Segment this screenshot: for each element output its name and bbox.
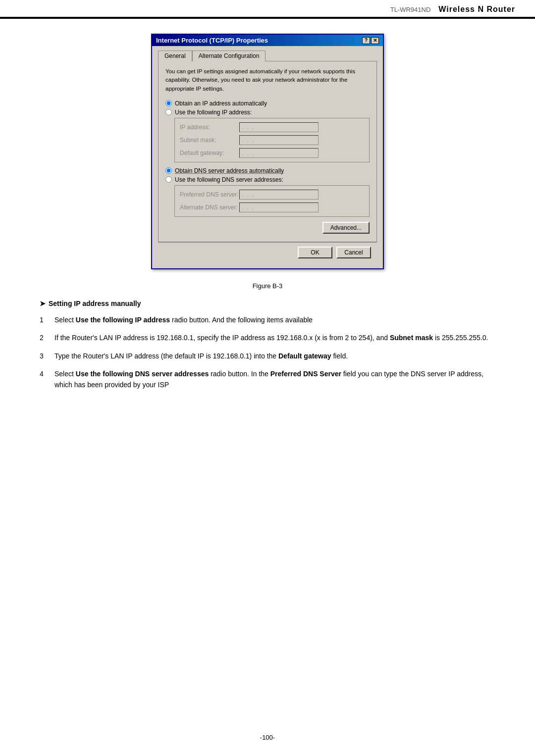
list-item: 3 Type the Router's LAN IP address (the … [40, 351, 495, 361]
radio-dns-following[interactable] [165, 176, 172, 183]
alternate-dns-label: Alternate DNS server: [180, 204, 239, 211]
dialog-body: General Alternate Configuration You can … [152, 46, 383, 268]
arrow-icon: ➤ [40, 300, 46, 307]
tab-general[interactable]: General [158, 50, 192, 61]
close-button[interactable]: ✕ [371, 37, 379, 44]
page-header: TL-WR941ND Wireless N Router [0, 0, 535, 18]
page-footer: -100- [0, 734, 535, 741]
subnet-mask-label: Subnet mask: [180, 137, 239, 144]
default-gateway-row: Default gateway: [180, 148, 364, 158]
instruction-list: 1 Select Use the following IP address ra… [40, 314, 495, 391]
item-number-4: 4 [40, 368, 54, 379]
page-number: -100- [260, 734, 275, 741]
dialog-titlebar: Internet Protocol (TCP/IP) Properties ? … [152, 35, 383, 46]
alternate-dns-input[interactable] [239, 202, 319, 212]
help-button[interactable]: ? [362, 37, 370, 44]
list-item: 4 Select Use the following DNS server ad… [40, 368, 495, 391]
preferred-dns-row: Preferred DNS server: [180, 190, 364, 200]
ip-address-input[interactable] [239, 122, 319, 132]
instructions-section: ➤ Setting IP address manually 1 Select U… [35, 300, 500, 398]
radio-dns-following-label: Use the following DNS server addresses: [175, 176, 283, 183]
tcp-ip-dialog: Internet Protocol (TCP/IP) Properties ? … [151, 34, 384, 269]
dialog-footer: OK Cancel [158, 242, 377, 262]
advanced-row: Advanced... [165, 222, 370, 234]
ip-address-row: IP address: [180, 122, 364, 132]
dialog-title: Internet Protocol (TCP/IP) Properties [156, 37, 268, 44]
item-number-1: 1 [40, 314, 54, 325]
radio-obtain-auto[interactable] [165, 100, 172, 106]
item-text-3: Type the Router's LAN IP address (the de… [54, 351, 495, 361]
default-gateway-label: Default gateway: [180, 150, 239, 156]
list-item: 1 Select Use the following IP address ra… [40, 314, 495, 325]
preferred-dns-label: Preferred DNS server: [180, 191, 239, 198]
list-item: 2 If the Router's LAN IP address is 192.… [40, 332, 495, 343]
ip-fields-section: IP address: Subnet mask: Default gateway… [174, 118, 370, 162]
radio-dns-auto[interactable] [165, 167, 172, 174]
preferred-dns-input[interactable] [239, 190, 319, 200]
ip-address-label: IP address: [180, 124, 239, 131]
radio-dns-auto-row: Obtain DNS server address automatically [165, 167, 370, 174]
alternate-dns-row: Alternate DNS server: [180, 202, 364, 212]
product-title: Wireless N Router [438, 5, 515, 14]
item-text-1: Select Use the following IP address radi… [54, 314, 495, 325]
model-label: TL-WR941ND [390, 6, 431, 13]
tab-row: General Alternate Configuration [158, 50, 377, 61]
dns-fields-section: Preferred DNS server: Alternate DNS serv… [174, 185, 370, 217]
advanced-button[interactable]: Advanced... [322, 222, 370, 234]
radio-obtain-auto-label: Obtain an IP address automatically [175, 100, 267, 107]
radio-use-following-row: Use the following IP address: [165, 109, 370, 116]
subnet-mask-row: Subnet mask: [180, 135, 364, 145]
figure-caption: Figure B-3 [253, 282, 283, 290]
radio-use-following-label: Use the following IP address: [175, 109, 252, 116]
item-text-4: Select Use the following DNS server addr… [54, 368, 495, 391]
radio-use-following[interactable] [165, 109, 172, 115]
radio-dns-auto-label: Obtain DNS server address automatically [175, 167, 284, 174]
ok-button[interactable]: OK [298, 247, 332, 258]
radio-dns-following-row: Use the following DNS server addresses: [165, 176, 370, 183]
description-text: You can get IP settings assigned automat… [165, 67, 370, 93]
section-heading: ➤ Setting IP address manually [40, 300, 495, 307]
tab-panel-general: You can get IP settings assigned automat… [158, 61, 377, 242]
item-number-3: 3 [40, 351, 54, 361]
tab-alternate-config[interactable]: Alternate Configuration [192, 50, 266, 61]
subnet-mask-input[interactable] [239, 135, 319, 145]
default-gateway-input[interactable] [239, 148, 319, 158]
radio-obtain-auto-row: Obtain an IP address automatically [165, 100, 370, 107]
item-number-2: 2 [40, 332, 54, 343]
main-content: Internet Protocol (TCP/IP) Properties ? … [0, 19, 535, 412]
cancel-button[interactable]: Cancel [336, 247, 371, 258]
item-text-2: If the Router's LAN IP address is 192.16… [54, 332, 495, 343]
titlebar-buttons: ? ✕ [362, 37, 379, 44]
section-heading-text: Setting IP address manually [49, 300, 141, 307]
